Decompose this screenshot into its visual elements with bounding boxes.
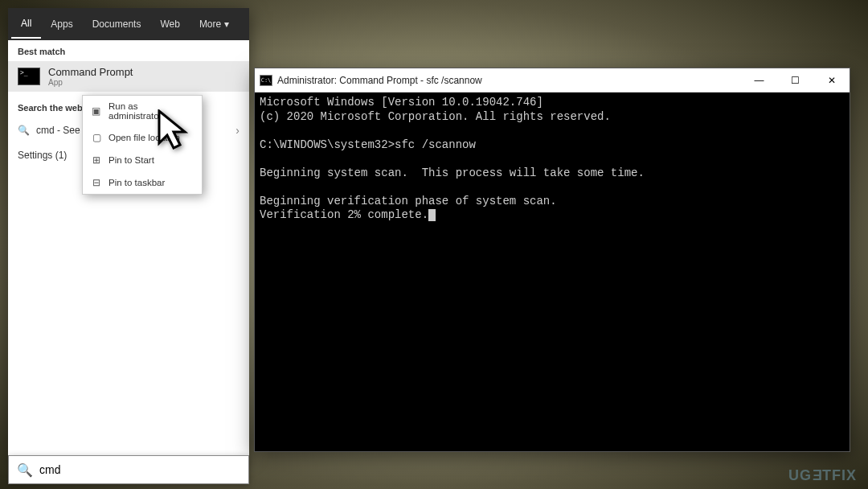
terminal-output[interactable]: Microsoft Windows [Version 10.0.19042.74… [255,92,850,451]
start-search-panel: All Apps Documents Web More ▾ Best match… [8,8,249,455]
best-match-subtitle: App [48,78,133,87]
search-tabs: All Apps Documents Web More ▾ [8,8,249,40]
folder-icon: ▢ [91,132,102,143]
best-match-header: Best match [8,40,249,61]
command-prompt-icon [18,68,40,85]
window-title: Administrator: Command Prompt - sfc /sca… [277,75,482,86]
terminal-line: (c) 2020 Microsoft Corporation. All righ… [260,110,611,123]
terminal-line: Microsoft Windows [Version 10.0.19042.74… [260,96,543,109]
best-match-title: Command Prompt [48,66,133,78]
pin-taskbar-icon: ⊟ [91,177,102,188]
watermark-logo: UGETFIX [788,467,857,484]
text-cursor [428,209,436,221]
terminal-line: Beginning system scan. This process will… [260,166,645,179]
best-match-item[interactable]: Command Prompt App [8,61,249,92]
tab-web[interactable]: Web [150,10,189,38]
mouse-cursor-icon [156,109,194,158]
maximize-button[interactable]: ☐ [777,68,813,92]
chevron-right-icon: › [235,124,240,137]
tab-more-label: More [199,18,221,30]
shield-icon: ▣ [91,105,102,117]
ctx-pin-taskbar-label: Pin to taskbar [108,178,165,187]
ctx-pin-start-label: Pin to Start [108,155,154,165]
command-prompt-window: C:\ Administrator: Command Prompt - sfc … [254,68,850,452]
tab-more[interactable]: More ▾ [190,10,239,38]
cmd-title-icon: C:\ [260,75,272,86]
search-icon: 🔍 [18,125,30,136]
tab-documents[interactable]: Documents [83,10,151,38]
pin-start-icon: ⊞ [91,154,102,166]
chevron-down-icon: ▾ [224,18,229,30]
title-bar[interactable]: C:\ Administrator: Command Prompt - sfc … [255,68,850,92]
close-button[interactable]: ✕ [813,68,850,92]
tab-all[interactable]: All [11,10,41,39]
minimize-button[interactable]: — [741,68,777,92]
search-input[interactable] [39,463,240,476]
terminal-line: C:\WINDOWS\system32>sfc /scannow [260,138,476,151]
ctx-pin-to-taskbar[interactable]: ⊟ Pin to taskbar [83,171,202,194]
taskbar-search-box[interactable]: 🔍 [8,455,249,484]
terminal-line: Verification 2% complete. [260,208,428,221]
window-controls: — ☐ ✕ [741,68,850,92]
search-icon: 🔍 [17,462,33,478]
tab-apps[interactable]: Apps [41,10,82,38]
terminal-line: Beginning verification phase of system s… [260,195,557,208]
